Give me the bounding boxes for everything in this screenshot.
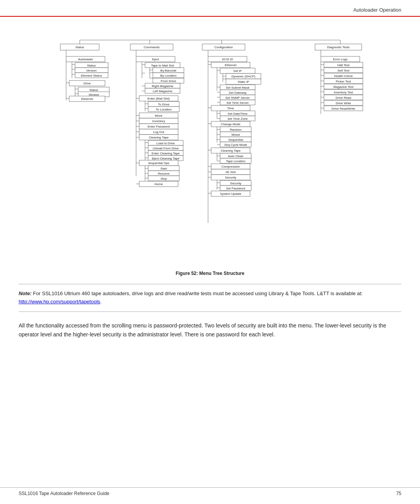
svg-text:Status: Status bbox=[89, 88, 98, 92]
svg-text:Eject: Eject bbox=[152, 58, 159, 61]
svg-text:Set SNMP Server: Set SNMP Server bbox=[226, 96, 250, 100]
svg-text:Self Test: Self Test bbox=[338, 69, 350, 72]
svg-text:Right Magazine: Right Magazine bbox=[152, 84, 173, 88]
footer-left: SSL1016 Tape Autoloader Reference Guide bbox=[19, 491, 109, 496]
svg-text:Set Password: Set Password bbox=[226, 187, 245, 190]
svg-text:Drive: Drive bbox=[84, 82, 91, 85]
svg-text:Set IP: Set IP bbox=[233, 69, 242, 73]
page-header: Autoloader Operation bbox=[0, 0, 420, 17]
svg-text:Tape Location: Tape Location bbox=[226, 159, 245, 163]
svg-text:Seq Cycle Mode: Seq Cycle Mode bbox=[224, 143, 247, 147]
header-title: Autoloader Operation bbox=[353, 7, 401, 13]
note-link[interactable]: http://www.hp.com/support/tapetools bbox=[19, 299, 100, 304]
note-label: Note: bbox=[19, 290, 32, 296]
svg-text:Enter Password: Enter Password bbox=[148, 125, 170, 128]
svg-text:Inventory Test: Inventory Test bbox=[334, 91, 353, 94]
svg-text:Ethernet: Ethernet bbox=[225, 63, 237, 67]
svg-text:Enter (Mail Slot): Enter (Mail Slot) bbox=[147, 97, 170, 100]
svg-text:System Update: System Update bbox=[220, 192, 242, 196]
svg-text:Magazine Test: Magazine Test bbox=[333, 85, 354, 89]
body-text: All the functionality accessed from the … bbox=[19, 321, 401, 340]
svg-text:Sequential Ops: Sequential Ops bbox=[148, 161, 170, 165]
svg-text:Halt Test: Halt Test bbox=[338, 63, 350, 67]
svg-text:Status: Status bbox=[87, 64, 96, 67]
note-box: Note: For SSL1016 Ultrium 460 tape autol… bbox=[19, 284, 401, 312]
svg-text:Resume: Resume bbox=[158, 172, 170, 175]
svg-text:Random: Random bbox=[230, 128, 242, 131]
menu-tree-diagram: text { font-family: Arial, Helvetica, sa… bbox=[51, 32, 369, 259]
content-area: text { font-family: Arial, Helvetica, sa… bbox=[0, 17, 420, 359]
svg-text:Drive Read/Write: Drive Read/Write bbox=[332, 107, 355, 110]
svg-text:Dynamic (DHCP): Dynamic (DHCP) bbox=[231, 75, 256, 78]
svg-text:Drive Write: Drive Write bbox=[336, 102, 351, 105]
svg-text:Version: Version bbox=[89, 93, 99, 96]
svg-text:By Location: By Location bbox=[160, 74, 177, 77]
svg-text:Enter Cleaning Tape: Enter Cleaning Tape bbox=[152, 152, 180, 155]
svg-text:From Drive: From Drive bbox=[161, 79, 176, 83]
svg-text:Time: Time bbox=[227, 107, 234, 110]
svg-text:Security: Security bbox=[225, 176, 236, 179]
svg-text:Static IP: Static IP bbox=[238, 80, 249, 84]
svg-text:Set Gateway: Set Gateway bbox=[229, 91, 247, 94]
svg-text:Element Status: Element Status bbox=[81, 74, 102, 77]
svg-text:Ethernet: Ethernet bbox=[81, 97, 93, 101]
svg-text:Set Time Server: Set Time Server bbox=[226, 101, 249, 105]
svg-text:Move: Move bbox=[155, 114, 163, 117]
svg-text:Set Subnet Mask: Set Subnet Mask bbox=[226, 86, 250, 89]
svg-text:Mixed: Mixed bbox=[231, 133, 240, 136]
page-footer: SSL1016 Tape Autoloader Reference Guide … bbox=[0, 487, 420, 496]
svg-text:Start: Start bbox=[161, 167, 168, 170]
note-text: For SSL1016 Ultrium 460 tape autoloaders… bbox=[33, 290, 363, 296]
footer-right: 75 bbox=[396, 491, 401, 496]
svg-text:Version: Version bbox=[86, 69, 97, 72]
note-link-suffix: . bbox=[100, 299, 102, 304]
svg-text:Set Date/Time: Set Date/Time bbox=[228, 112, 248, 116]
svg-text:SCSI ID: SCSI ID bbox=[222, 58, 233, 61]
svg-text:Drive Read: Drive Read bbox=[336, 96, 351, 100]
svg-text:I/E Slot: I/E Slot bbox=[226, 170, 236, 174]
svg-text:Cleaning Tape: Cleaning Tape bbox=[220, 149, 241, 152]
svg-text:Log Out: Log Out bbox=[153, 130, 164, 134]
svg-text:Configuration: Configuration bbox=[214, 46, 233, 49]
svg-text:Stop: Stop bbox=[161, 177, 167, 180]
svg-text:Compression: Compression bbox=[221, 165, 240, 168]
svg-text:Error Logs: Error Logs bbox=[333, 58, 347, 61]
svg-text:Home: Home bbox=[154, 182, 163, 186]
svg-text:Inventory: Inventory bbox=[152, 119, 165, 123]
svg-text:Picker Test: Picker Test bbox=[336, 80, 352, 83]
figure-caption: Figure 52: Menu Tree Structure bbox=[19, 271, 401, 276]
svg-text:Cleaning Tape: Cleaning Tape bbox=[149, 136, 169, 139]
svg-text:Status: Status bbox=[75, 46, 84, 49]
svg-text:Sequential: Sequential bbox=[228, 138, 243, 142]
svg-text:Autoloader: Autoloader bbox=[78, 58, 93, 61]
svg-text:Unload From Drive: Unload From Drive bbox=[152, 147, 179, 150]
svg-text:Eject Cleaning Tape: Eject Cleaning Tape bbox=[152, 157, 180, 160]
diagram-container: text { font-family: Arial, Helvetica, sa… bbox=[19, 28, 401, 263]
svg-text:Diagnostic Tests: Diagnostic Tests bbox=[327, 46, 350, 49]
svg-text:Change Mode: Change Mode bbox=[221, 122, 241, 126]
svg-text:Security: Security bbox=[230, 182, 242, 185]
svg-text:Commands: Commands bbox=[144, 46, 160, 49]
svg-text:Auto Clean: Auto Clean bbox=[228, 154, 243, 158]
svg-text:By Barcode: By Barcode bbox=[160, 69, 177, 72]
svg-text:To Drive: To Drive bbox=[158, 103, 170, 106]
svg-text:Left Magazine: Left Magazine bbox=[153, 89, 173, 93]
svg-text:Health Check: Health Check bbox=[334, 74, 353, 78]
svg-text:Tape to Mail Slot: Tape to Mail Slot bbox=[151, 64, 174, 67]
svg-text:To Location: To Location bbox=[156, 108, 172, 111]
svg-text:Set Time Zone: Set Time Zone bbox=[228, 117, 248, 121]
svg-text:Load to Drive: Load to Drive bbox=[156, 142, 175, 145]
